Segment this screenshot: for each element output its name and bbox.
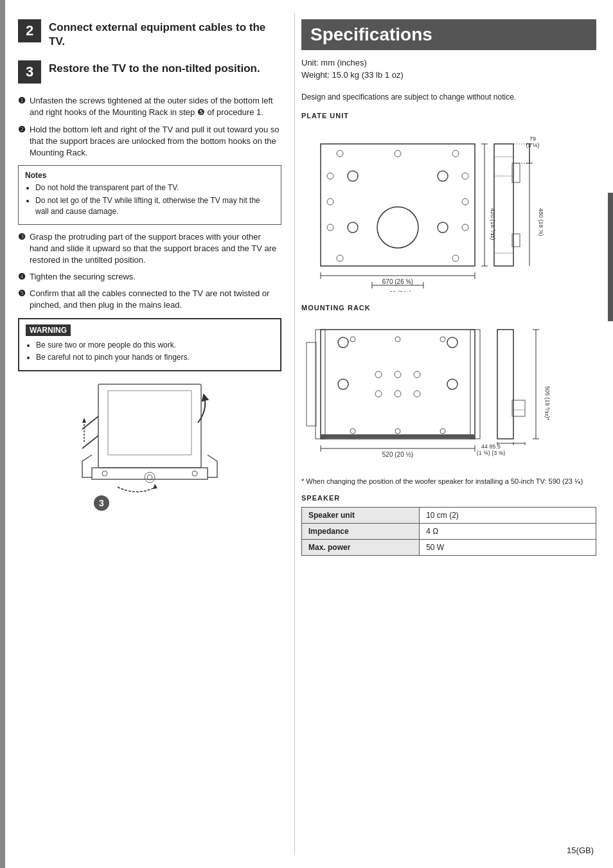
svg-point-24 — [438, 171, 448, 181]
svg-point-27 — [377, 207, 418, 248]
page-number: 15(GB) — [567, 846, 594, 855]
list-item: Be sure two or more people do this work. — [36, 340, 274, 351]
svg-text:420 (16 ⁵⁄₃₂): 420 (16 ⁵⁄₃₂) — [490, 208, 496, 240]
table-row: Impedance 4 Ω — [302, 524, 596, 540]
svg-point-26 — [438, 222, 448, 233]
svg-text:670 (26 ⅝): 670 (26 ⅝) — [382, 278, 413, 285]
table-row: Max. power 50 W — [302, 540, 596, 556]
svg-text:480 (18 ⅞): 480 (18 ⅞) — [538, 208, 544, 236]
svg-point-59 — [395, 337, 400, 342]
table-cell: Impedance — [302, 524, 420, 540]
step-2-title: Connect external equipment cables to the… — [49, 19, 281, 49]
svg-point-72 — [395, 429, 400, 434]
spec-unit: Unit: mm (inches) — [301, 58, 596, 67]
svg-point-66 — [395, 371, 401, 378]
step-3-title: Restore the TV to the non-tilted positio… — [49, 60, 281, 76]
svg-point-14 — [452, 150, 459, 157]
svg-point-23 — [348, 171, 358, 181]
left-column: 2 Connect external equipment cables to t… — [5, 13, 294, 855]
svg-text:520 (20 ½): 520 (20 ½) — [382, 451, 413, 458]
list-item: Do not hold the transparent part of the … — [35, 182, 274, 193]
step-3-content: ❶ Unfasten the screws tightened at the o… — [18, 95, 281, 519]
svg-point-58 — [350, 337, 355, 342]
svg-point-22 — [452, 255, 459, 261]
svg-point-13 — [395, 150, 401, 157]
step-2-number: 2 — [18, 19, 41, 42]
table-cell: Speaker unit — [302, 508, 420, 524]
spec-title: Specifications — [301, 19, 596, 50]
svg-rect-4 — [92, 468, 208, 479]
warning-box: WARNING Be sure two or more people do th… — [18, 318, 281, 372]
plate-unit-svg: 670 (26 ⅝) ø 90 (3 ⅝) 420 (16 ⁵⁄₃₂) 480 … — [301, 125, 578, 292]
warning-list: Be sure two or more people do this work.… — [26, 340, 274, 364]
left-accent-bar — [0, 0, 5, 868]
svg-rect-55 — [321, 330, 475, 439]
speaker-table: Speaker unit 10 cm (2) Impedance 4 Ω Max… — [301, 507, 596, 556]
list-item: ❷ Hold the bottom left and right of the … — [18, 124, 281, 159]
svg-point-63 — [338, 379, 348, 389]
list-item: ❹ Tighten the securing screws. — [18, 271, 281, 283]
mounting-rack-svg: 520 (20 ½) 505 (19 ⁹⁄₃₂)* 44 85.5 (1 ¾) … — [301, 317, 578, 465]
svg-point-71 — [350, 429, 355, 434]
svg-point-5 — [102, 471, 107, 476]
svg-point-16 — [327, 199, 333, 205]
step-3-list-continued: ❸ Grasp the protruding part of the suppo… — [18, 231, 281, 312]
svg-point-60 — [440, 337, 445, 342]
table-cell: 50 W — [420, 540, 596, 556]
svg-point-9 — [145, 472, 155, 483]
svg-text:505 (19 ⁹⁄₃₂)*: 505 (19 ⁹⁄₃₂)* — [544, 386, 551, 421]
spec-note: Design and specifications are subject to… — [301, 92, 596, 103]
svg-rect-74 — [321, 434, 475, 438]
speaker-label: SPEAKER — [301, 494, 596, 502]
notes-title: Notes — [25, 171, 274, 180]
svg-rect-75 — [306, 342, 316, 426]
svg-text:44   85.5: 44 85.5 — [481, 443, 501, 450]
svg-point-15 — [327, 173, 333, 179]
list-item: ❸ Grasp the protruding part of the suppo… — [18, 231, 281, 267]
table-row: Speaker unit 10 cm (2) — [302, 508, 596, 524]
illustration-area: 3 — [18, 378, 281, 519]
svg-point-61 — [338, 337, 348, 348]
svg-rect-1 — [108, 391, 191, 455]
step-2-block: 2 Connect external equipment cables to t… — [18, 19, 281, 49]
svg-point-17 — [327, 224, 333, 231]
svg-rect-77 — [512, 400, 525, 416]
svg-point-19 — [462, 199, 468, 205]
list-item: Do not let go of the TV while lifting it… — [35, 195, 274, 217]
table-cell: Max. power — [302, 540, 420, 556]
svg-point-21 — [337, 255, 343, 261]
svg-point-68 — [375, 391, 382, 397]
warning-title: WARNING — [26, 324, 71, 336]
svg-rect-28 — [494, 144, 513, 266]
list-item: ❶ Unfasten the screws tightened at the o… — [18, 95, 281, 118]
svg-text:(3 ⅛): (3 ⅛) — [526, 142, 539, 148]
svg-point-12 — [337, 150, 343, 157]
svg-point-20 — [462, 224, 468, 231]
table-cell: 10 cm (2) — [420, 508, 596, 524]
mounting-rack-diagram: 520 (20 ½) 505 (19 ⁹⁄₃₂)* 44 85.5 (1 ¾) … — [301, 317, 596, 466]
svg-rect-76 — [497, 330, 513, 439]
right-side-bar — [608, 193, 613, 321]
rack-footnote: * When changing the position of the woof… — [301, 477, 596, 486]
step-3-list: ❶ Unfasten the screws tightened at the o… — [18, 95, 281, 159]
step-3-illustration: 3 — [79, 378, 220, 519]
svg-point-65 — [375, 371, 382, 378]
list-item: ❺ Confirm that all the cables connected … — [18, 288, 281, 311]
svg-point-25 — [348, 222, 358, 233]
svg-point-67 — [414, 371, 420, 378]
list-item: Be careful not to pinch your hands or fi… — [36, 352, 274, 363]
svg-text:ø 90 (3 ⅝): ø 90 (3 ⅝) — [384, 290, 411, 292]
plate-unit-diagram: 670 (26 ⅝) ø 90 (3 ⅝) 420 (16 ⁵⁄₃₂) 480 … — [301, 125, 596, 294]
plate-unit-label: PLATE UNIT — [301, 112, 596, 120]
svg-text:3: 3 — [99, 498, 104, 508]
svg-text:(1 ¾)  (3 ⅜): (1 ¾) (3 ⅜) — [477, 450, 506, 456]
table-cell: 4 Ω — [420, 524, 596, 540]
step-3-block: 3 Restore the TV to the non-tilted posit… — [18, 60, 281, 84]
svg-point-18 — [462, 173, 468, 179]
spec-weight: Weight: 15.0 kg (33 lb 1 oz) — [301, 70, 596, 80]
svg-point-6 — [192, 471, 197, 476]
svg-point-62 — [447, 337, 458, 348]
step-3-number: 3 — [18, 60, 41, 84]
notes-list: Do not hold the transparent part of the … — [25, 182, 274, 217]
right-column: Specifications Unit: mm (inches) Weight:… — [294, 13, 609, 855]
